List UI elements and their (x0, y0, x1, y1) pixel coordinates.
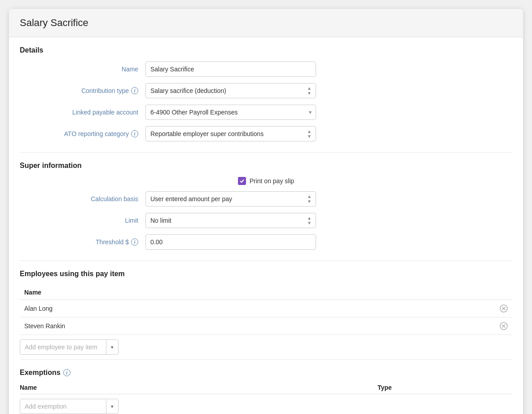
modal-container: Salary Sacrifice Details Name Contributi… (9, 9, 523, 414)
modal-header: Salary Sacrifice (9, 9, 523, 37)
calculation-basis-row: Calculation basis User entered amount pe… (20, 191, 512, 207)
employee-remove-cell (494, 317, 512, 335)
ato-reporting-wrapper: Reportable employer super contributions … (145, 126, 316, 141)
ato-reporting-select-wrapper: Reportable employer super contributions … (145, 126, 316, 141)
print-payslip-row: Print on pay slip (20, 177, 512, 185)
ato-reporting-label: ATO reporting category i (20, 130, 145, 137)
remove-employee-button[interactable] (500, 304, 508, 313)
super-info-section: Super information Print on pay slip Calc… (20, 153, 512, 261)
limit-select-wrapper: No limit ▲▼ (145, 213, 316, 228)
contribution-type-select-wrapper: Salary sacrifice (deduction) ▲▼ (145, 83, 316, 98)
exemptions-section-title: Exemptions (20, 369, 61, 377)
name-label: Name (20, 66, 145, 73)
threshold-label: Threshold $ i (20, 238, 145, 246)
employees-table-header-row: Name (20, 285, 512, 300)
limit-row: Limit No limit ▲▼ (20, 213, 512, 228)
contribution-type-label: Contribution type i (20, 87, 145, 94)
super-info-section-title: Super information (20, 162, 512, 170)
calculation-basis-select[interactable]: User entered amount per pay (145, 191, 316, 207)
calculation-basis-select-wrapper: User entered amount per pay ▲▼ (145, 191, 316, 207)
add-exemption-placeholder: Add exemption (20, 403, 106, 410)
linked-payable-wrapper: 6-4900 Other Payroll Expenses ▾ (145, 105, 316, 120)
calculation-basis-wrapper: User entered amount per pay ▲▼ (145, 191, 316, 207)
linked-payable-select[interactable]: 6-4900 Other Payroll Expenses (145, 105, 316, 120)
modal-body: Details Name Contribution type i Salary … (9, 37, 523, 414)
add-exemption-arrow-icon: ▾ (106, 399, 118, 414)
employees-section: Employees using this pay item Name Alan … (20, 261, 512, 360)
calculation-basis-label: Calculation basis (20, 195, 145, 203)
add-employee-dropdown[interactable]: Add employee to pay item ▾ (20, 339, 119, 355)
modal-title: Salary Sacrifice (20, 17, 512, 29)
ato-reporting-info-icon[interactable]: i (131, 130, 138, 137)
limit-select[interactable]: No limit (145, 213, 316, 228)
exemptions-info-icon[interactable]: i (63, 369, 70, 376)
add-exemption-dropdown[interactable]: Add exemption ▾ (20, 399, 119, 414)
threshold-row: Threshold $ i (20, 234, 512, 250)
ato-reporting-select[interactable]: Reportable employer super contributions (145, 126, 316, 141)
exemptions-name-col: Name (20, 384, 378, 391)
linked-payable-row: Linked payable account 6-4900 Other Payr… (20, 105, 512, 120)
add-employee-arrow-icon: ▾ (106, 340, 118, 354)
employees-table: Name Alan Long Steven Rankin (20, 285, 512, 335)
threshold-info-icon[interactable]: i (131, 238, 138, 246)
add-employee-placeholder: Add employee to pay item (20, 344, 106, 351)
name-input-wrapper (145, 62, 316, 77)
remove-employee-button[interactable] (500, 322, 508, 330)
exemptions-header-row: Name Type (20, 384, 512, 394)
employees-name-col-header: Name (20, 285, 494, 300)
exemptions-type-col: Type (378, 384, 512, 391)
employees-remove-col-header (494, 285, 512, 300)
print-payslip-text: Print on pay slip (250, 177, 295, 185)
contribution-type-info-icon[interactable]: i (131, 87, 138, 94)
contribution-type-row: Contribution type i Salary sacrifice (de… (20, 83, 512, 98)
threshold-wrapper (145, 234, 316, 250)
employee-name-cell: Alan Long (20, 300, 494, 317)
limit-wrapper: No limit ▲▼ (145, 213, 316, 228)
exemptions-section-title-row: Exemptions i (20, 369, 512, 377)
ato-reporting-row: ATO reporting category i Reportable empl… (20, 126, 512, 141)
employees-section-title: Employees using this pay item (20, 270, 512, 278)
limit-label: Limit (20, 217, 145, 224)
threshold-input[interactable] (145, 234, 316, 250)
details-section: Details Name Contribution type i Salary … (20, 37, 512, 153)
checkmark-icon (239, 178, 245, 184)
remove-icon (500, 304, 508, 313)
name-input[interactable] (145, 62, 316, 77)
name-row: Name (20, 62, 512, 77)
employee-name-cell: Steven Rankin (20, 317, 494, 335)
exemptions-section: Exemptions i Name Type Add exemption ▾ (20, 360, 512, 414)
table-row: Steven Rankin (20, 317, 512, 335)
contribution-type-wrapper: Salary sacrifice (deduction) ▲▼ (145, 83, 316, 98)
linked-payable-select-wrapper: 6-4900 Other Payroll Expenses ▾ (145, 105, 316, 120)
employee-remove-cell (494, 300, 512, 317)
contribution-type-select[interactable]: Salary sacrifice (deduction) (145, 83, 316, 98)
print-payslip-checkbox[interactable] (238, 177, 246, 185)
linked-payable-label: Linked payable account (20, 109, 145, 116)
remove-icon (500, 322, 508, 330)
details-section-title: Details (20, 46, 512, 54)
table-row: Alan Long (20, 300, 512, 317)
print-payslip-label[interactable]: Print on pay slip (238, 177, 295, 185)
